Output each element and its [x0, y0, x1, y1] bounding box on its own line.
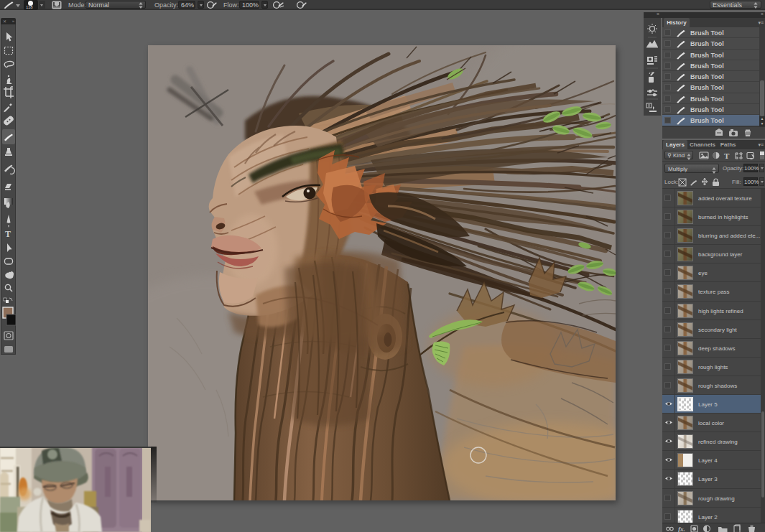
- svg-text:T: T: [724, 151, 730, 159]
- svg-text:fx.: fx.: [678, 526, 685, 532]
- svg-text:T: T: [5, 229, 11, 239]
